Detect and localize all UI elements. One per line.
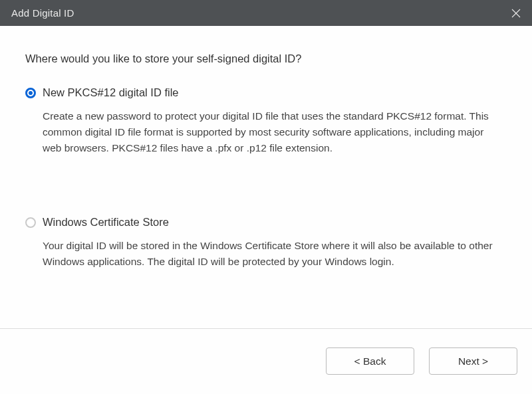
option-windows-store-label: Windows Certificate Store: [43, 216, 169, 229]
radio-windows-store[interactable]: [25, 217, 36, 228]
dialog-content: Where would you like to store your self-…: [0, 26, 532, 328]
titlebar: Add Digital ID: [0, 0, 532, 26]
option-pkcs12-label: New PKCS#12 digital ID file: [43, 86, 179, 99]
radio-pkcs12[interactable]: [25, 88, 36, 98]
close-button[interactable]: [500, 0, 532, 26]
close-icon: [511, 9, 521, 18]
option-windows-store-header[interactable]: Windows Certificate Store: [25, 216, 507, 229]
prompt-text: Where would you like to store your self-…: [25, 52, 507, 65]
option-pkcs12-description: Create a new password to protect your di…: [43, 108, 507, 156]
option-pkcs12: New PKCS#12 digital ID file Create a new…: [25, 86, 507, 156]
option-pkcs12-header[interactable]: New PKCS#12 digital ID file: [25, 86, 507, 99]
back-button[interactable]: < Back: [326, 347, 414, 375]
dialog-footer: < Back Next >: [0, 328, 532, 393]
window-title: Add Digital ID: [11, 7, 74, 19]
option-windows-store: Windows Certificate Store Your digital I…: [25, 216, 507, 270]
option-windows-store-description: Your digital ID will be stored in the Wi…: [43, 238, 507, 270]
next-button[interactable]: Next >: [429, 347, 517, 375]
